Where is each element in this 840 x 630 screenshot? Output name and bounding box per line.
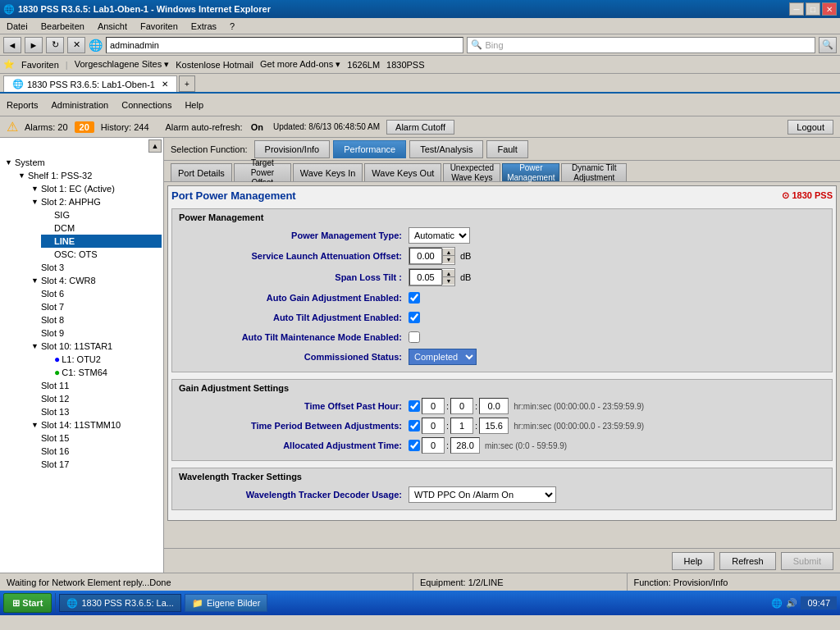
menu-favoriten[interactable]: Favoriten bbox=[137, 20, 181, 33]
nav-reports[interactable]: Reports bbox=[7, 100, 39, 110]
browser-tab-main[interactable]: 🌐 1830 PSS R3.6.5: Lab1-Oben-1 ✕ bbox=[3, 75, 177, 92]
logout-button[interactable]: Logout bbox=[788, 120, 833, 135]
sidebar-item-slot17[interactable]: Slot 17 bbox=[28, 458, 162, 471]
sub-tab-wave-keys-in[interactable]: Wave Keys In bbox=[293, 163, 363, 181]
menu-bearbeiten[interactable]: Bearbeiten bbox=[38, 20, 88, 33]
sidebar-item-slot3[interactable]: Slot 3 bbox=[28, 261, 162, 274]
back-button[interactable]: ◄ bbox=[3, 37, 21, 53]
fav-1830pss[interactable]: 1830PSS bbox=[386, 60, 424, 70]
sidebar-item-sig[interactable]: SIG bbox=[41, 208, 162, 221]
allocated-time-min[interactable] bbox=[422, 437, 445, 454]
service-launch-up-button[interactable]: ▲ bbox=[443, 249, 454, 256]
menu-extras[interactable]: Extras bbox=[188, 20, 220, 33]
menu-help[interactable]: ? bbox=[226, 20, 238, 33]
sidebar-item-line[interactable]: LINE bbox=[41, 235, 162, 248]
sidebar-item-slot16[interactable]: Slot 16 bbox=[28, 445, 162, 458]
sub-tab-power-management[interactable]: Power Management bbox=[502, 163, 559, 181]
time-offset-checkbox[interactable] bbox=[409, 400, 420, 412]
sidebar-item-slot2[interactable]: ▼ Slot 2: AHPHG bbox=[28, 195, 162, 208]
allocated-time-sec[interactable] bbox=[450, 437, 480, 454]
sidebar-item-shelf1[interactable]: ▼ Shelf 1: PSS-32 bbox=[15, 169, 162, 182]
fav-suggested[interactable]: Vorgeschlagene Sites ▾ bbox=[75, 59, 169, 70]
sub-tab-wave-keys-out[interactable]: Wave Keys Out bbox=[364, 163, 441, 181]
sel-tab-performance[interactable]: Performance bbox=[333, 140, 406, 158]
sidebar-item-slot15[interactable]: Slot 15 bbox=[28, 431, 162, 445]
alarm-count-badge[interactable]: 20 bbox=[75, 121, 94, 133]
sel-tab-provision[interactable]: Provision/Info bbox=[254, 140, 331, 158]
menu-datei[interactable]: Datei bbox=[3, 20, 31, 33]
sel-tab-testanalysis[interactable]: Test/Analysis bbox=[409, 140, 483, 158]
sidebar-item-slot1[interactable]: ▼ Slot 1: EC (Active) bbox=[28, 182, 162, 195]
sub-tab-unexpected-wave-keys[interactable]: Unexpected Wave Keys bbox=[443, 163, 500, 181]
service-launch-down-button[interactable]: ▼ bbox=[443, 256, 454, 263]
refresh-button[interactable]: Refresh bbox=[719, 552, 776, 570]
time-offset-hr[interactable] bbox=[422, 398, 445, 414]
tab-close-icon[interactable]: ✕ bbox=[162, 80, 168, 89]
auto-tilt-checkbox[interactable] bbox=[409, 312, 420, 323]
close-button[interactable]: ✕ bbox=[822, 2, 837, 16]
time-period-hr[interactable] bbox=[422, 418, 445, 434]
sidebar-item-slot12[interactable]: Slot 12 bbox=[28, 392, 162, 405]
sidebar-scroll-up[interactable]: ▲ bbox=[148, 139, 162, 153]
sidebar-item-slot11[interactable]: Slot 11 bbox=[28, 379, 162, 392]
sidebar-item-slot13[interactable]: Slot 13 bbox=[28, 405, 162, 418]
time-offset-sec[interactable] bbox=[479, 398, 509, 414]
service-launch-input[interactable] bbox=[409, 248, 442, 264]
browser-tab-bar: 🌐 1830 PSS R3.6.5: Lab1-Oben-1 ✕ + bbox=[0, 74, 840, 94]
taskbar-item-eigene-bilder[interactable]: 📁 Eigene Bilder bbox=[185, 594, 267, 612]
help-button[interactable]: Help bbox=[672, 552, 715, 570]
fav-favoriten[interactable]: Favoriten bbox=[21, 60, 59, 70]
fav-hotmail[interactable]: Kostenlose Hotmail bbox=[176, 60, 253, 70]
auto-tilt-maint-checkbox[interactable] bbox=[409, 331, 420, 343]
sidebar-item-slot8[interactable]: Slot 8 bbox=[28, 313, 162, 326]
menu-ansicht[interactable]: Ansicht bbox=[94, 20, 130, 33]
sub-tab-bar: Port Details Target Power Offset Wave Ke… bbox=[164, 161, 840, 182]
sub-tab-dynamic-tilt[interactable]: Dynamic Tilt Adjustment bbox=[561, 163, 627, 181]
auto-gain-checkbox[interactable] bbox=[409, 292, 420, 304]
nav-administration[interactable]: Administration bbox=[52, 100, 109, 110]
sidebar-item-slot4[interactable]: ▼ Slot 4: CWR8 bbox=[28, 274, 162, 287]
sidebar-item-l1[interactable]: ● L1: OTU2 bbox=[41, 353, 162, 366]
time-period-checkbox[interactable] bbox=[409, 420, 420, 431]
time-period-min[interactable] bbox=[450, 418, 473, 434]
refresh-button[interactable]: ↻ bbox=[46, 37, 64, 53]
span-loss-tilt-down-button[interactable]: ▼ bbox=[443, 277, 454, 285]
maximize-button[interactable]: □ bbox=[806, 2, 820, 16]
nav-help[interactable]: Help bbox=[185, 100, 203, 110]
span-loss-tilt-input[interactable] bbox=[409, 269, 442, 285]
sidebar-item-slot14[interactable]: ▼ Slot 14: 11STMM10 bbox=[28, 418, 162, 431]
nav-connections[interactable]: Connections bbox=[121, 100, 171, 110]
stop-button[interactable]: ✕ bbox=[67, 37, 85, 53]
sidebar-item-system[interactable]: ▼ System bbox=[2, 156, 162, 169]
auto-tilt-maint-row: Auto Tilt Maintenance Mode Enabled: bbox=[179, 329, 825, 345]
minimize-button[interactable]: ─ bbox=[789, 2, 804, 16]
sidebar-item-osc[interactable]: OSC: OTS bbox=[41, 248, 162, 261]
time-period-sec[interactable] bbox=[479, 418, 509, 434]
sidebar-item-slot7[interactable]: Slot 7 bbox=[28, 300, 162, 313]
sel-tab-fault[interactable]: Fault bbox=[486, 140, 527, 158]
sidebar-item-slot10[interactable]: ▼ Slot 10: 11STAR1 bbox=[28, 340, 162, 353]
sidebar-item-slot6[interactable]: Slot 6 bbox=[28, 287, 162, 300]
search-go-button[interactable]: 🔍 bbox=[819, 37, 837, 53]
sub-tab-port-details[interactable]: Port Details bbox=[171, 163, 232, 181]
submit-button[interactable]: Submit bbox=[781, 552, 833, 570]
power-management-type-select[interactable]: Automatic Manual bbox=[409, 227, 470, 244]
forward-button[interactable]: ► bbox=[25, 37, 43, 53]
address-input[interactable] bbox=[106, 37, 463, 53]
sidebar-item-slot9[interactable]: Slot 9 bbox=[28, 326, 162, 340]
span-loss-tilt-up-button[interactable]: ▲ bbox=[443, 270, 454, 277]
taskbar-item-1830pss[interactable]: 🌐 1830 PSS R3.6.5: La... bbox=[59, 594, 181, 612]
sidebar-group-slots: ▼ Slot 1: EC (Active) ▼ Slot 2: AHPHG SI… bbox=[15, 182, 162, 471]
fav-addons[interactable]: Get more Add-ons ▾ bbox=[260, 59, 340, 70]
sub-tab-target-power[interactable]: Target Power Offset bbox=[234, 163, 291, 181]
time-offset-min[interactable] bbox=[450, 398, 473, 414]
commissioned-status-select[interactable]: Completed In Progress Not Started bbox=[409, 349, 477, 365]
fav-1626lm[interactable]: 1626LM bbox=[347, 60, 380, 70]
new-tab-button[interactable]: + bbox=[179, 75, 195, 92]
alarm-cutoff-button[interactable]: Alarm Cutoff bbox=[386, 120, 454, 135]
allocated-time-checkbox[interactable] bbox=[409, 440, 420, 451]
sidebar-item-dcm[interactable]: DCM bbox=[41, 221, 162, 235]
start-button[interactable]: ⊞ Start bbox=[3, 593, 52, 613]
sidebar-item-c1[interactable]: ● C1: STM64 bbox=[41, 366, 162, 379]
wavelength-tracker-select[interactable]: WTD PPC On /Alarm On WTD PPC Off /Alarm … bbox=[409, 486, 556, 503]
